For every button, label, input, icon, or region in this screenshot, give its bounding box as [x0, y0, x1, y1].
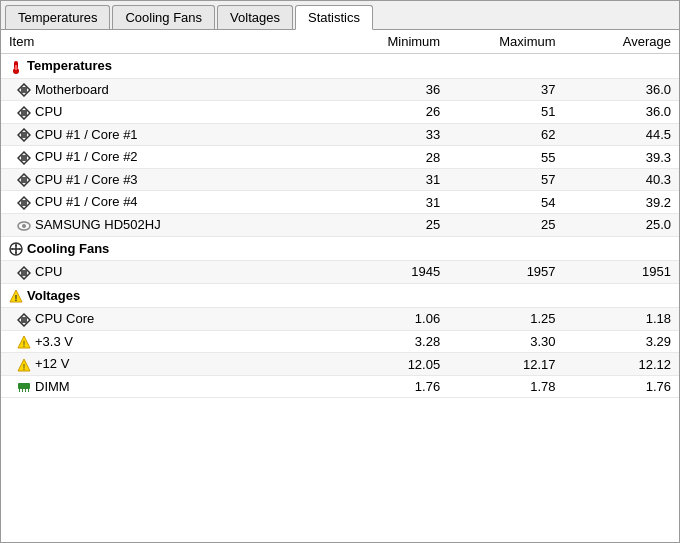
cell-average: 1951 [564, 261, 679, 284]
section-header: Temperatures [1, 54, 679, 79]
section-header: Cooling Fans [1, 236, 679, 261]
svg-rect-14 [21, 200, 27, 206]
cell-minimum: 31 [333, 191, 448, 214]
main-window: Temperatures Cooling Fans Voltages Stati… [0, 0, 680, 543]
svg-rect-6 [21, 110, 27, 116]
svg-rect-31 [22, 389, 23, 392]
cell-average: 1.76 [564, 375, 679, 398]
cell-item: !+12 V [1, 353, 333, 376]
cell-item: CPU #1 / Core #2 [1, 146, 333, 169]
statistics-table: Item Minimum Maximum Average Temperature… [1, 30, 679, 398]
tab-cooling-fans[interactable]: Cooling Fans [112, 5, 215, 29]
table-row: Cooling Fans [1, 236, 679, 261]
svg-rect-33 [28, 389, 29, 392]
cell-maximum: 1.25 [448, 308, 563, 331]
table-header-row: Item Minimum Maximum Average [1, 30, 679, 54]
svg-text:!: ! [23, 339, 26, 349]
svg-rect-2 [15, 65, 17, 70]
table-row: CPU Core1.061.251.18 [1, 308, 679, 331]
table-row: CPU194519571951 [1, 261, 679, 284]
svg-text:!: ! [23, 362, 26, 372]
cell-minimum: 25 [333, 213, 448, 236]
tab-voltages[interactable]: Voltages [217, 5, 293, 29]
cell-item: CPU [1, 261, 333, 284]
cell-item: CPU Core [1, 308, 333, 331]
section-header: !Voltages [1, 283, 679, 308]
cell-minimum: 28 [333, 146, 448, 169]
cell-item: CPU #1 / Core #1 [1, 123, 333, 146]
cell-average: 25.0 [564, 213, 679, 236]
cell-maximum: 37 [448, 78, 563, 101]
cell-item: CPU #1 / Core #3 [1, 168, 333, 191]
cell-minimum: 36 [333, 78, 448, 101]
cell-maximum: 54 [448, 191, 563, 214]
svg-text:!: ! [15, 293, 18, 303]
table-row: CPU #1 / Core #4315439.2 [1, 191, 679, 214]
svg-rect-12 [21, 177, 27, 183]
cell-item: DIMM [1, 375, 333, 398]
table-row: Temperatures [1, 54, 679, 79]
svg-rect-32 [25, 389, 26, 392]
svg-rect-30 [19, 389, 20, 392]
cell-minimum: 33 [333, 123, 448, 146]
svg-rect-29 [18, 383, 30, 389]
cell-average: 36.0 [564, 101, 679, 124]
statistics-content: Item Minimum Maximum Average Temperature… [1, 30, 679, 542]
cell-minimum: 1945 [333, 261, 448, 284]
cell-item: SAMSUNG HD502HJ [1, 213, 333, 236]
table-row: Motherboard363736.0 [1, 78, 679, 101]
cell-average: 40.3 [564, 168, 679, 191]
table-body: TemperaturesMotherboard363736.0CPU265136… [1, 54, 679, 398]
header-minimum: Minimum [333, 30, 448, 54]
table-row: DIMM1.761.781.76 [1, 375, 679, 398]
cell-minimum: 3.28 [333, 330, 448, 353]
svg-rect-24 [21, 317, 27, 323]
header-item: Item [1, 30, 333, 54]
header-maximum: Maximum [448, 30, 563, 54]
svg-rect-8 [21, 132, 27, 138]
table-row: CPU265136.0 [1, 101, 679, 124]
svg-rect-4 [21, 87, 27, 93]
table-row: !Voltages [1, 283, 679, 308]
cell-maximum: 55 [448, 146, 563, 169]
tab-temperatures[interactable]: Temperatures [5, 5, 110, 29]
cell-maximum: 12.17 [448, 353, 563, 376]
cell-average: 44.5 [564, 123, 679, 146]
cell-minimum: 26 [333, 101, 448, 124]
header-average: Average [564, 30, 679, 54]
cell-average: 39.3 [564, 146, 679, 169]
cell-average: 1.18 [564, 308, 679, 331]
svg-rect-10 [21, 155, 27, 161]
cell-maximum: 62 [448, 123, 563, 146]
cell-maximum: 3.30 [448, 330, 563, 353]
tab-bar: Temperatures Cooling Fans Voltages Stati… [1, 1, 679, 30]
svg-rect-20 [21, 270, 27, 276]
cell-average: 39.2 [564, 191, 679, 214]
cell-minimum: 31 [333, 168, 448, 191]
table-row: !+12 V12.0512.1712.12 [1, 353, 679, 376]
table-row: SAMSUNG HD502HJ252525.0 [1, 213, 679, 236]
cell-item: CPU [1, 101, 333, 124]
table-row: CPU #1 / Core #1336244.5 [1, 123, 679, 146]
table-row: CPU #1 / Core #2285539.3 [1, 146, 679, 169]
cell-average: 12.12 [564, 353, 679, 376]
cell-average: 3.29 [564, 330, 679, 353]
table-row: CPU #1 / Core #3315740.3 [1, 168, 679, 191]
cell-item: Motherboard [1, 78, 333, 101]
cell-minimum: 12.05 [333, 353, 448, 376]
cell-minimum: 1.76 [333, 375, 448, 398]
svg-point-16 [22, 224, 26, 228]
cell-maximum: 1.78 [448, 375, 563, 398]
tab-statistics[interactable]: Statistics [295, 5, 373, 30]
cell-item: !+3.3 V [1, 330, 333, 353]
cell-minimum: 1.06 [333, 308, 448, 331]
cell-average: 36.0 [564, 78, 679, 101]
cell-item: CPU #1 / Core #4 [1, 191, 333, 214]
table-row: !+3.3 V3.283.303.29 [1, 330, 679, 353]
cell-maximum: 57 [448, 168, 563, 191]
cell-maximum: 1957 [448, 261, 563, 284]
cell-maximum: 51 [448, 101, 563, 124]
cell-maximum: 25 [448, 213, 563, 236]
